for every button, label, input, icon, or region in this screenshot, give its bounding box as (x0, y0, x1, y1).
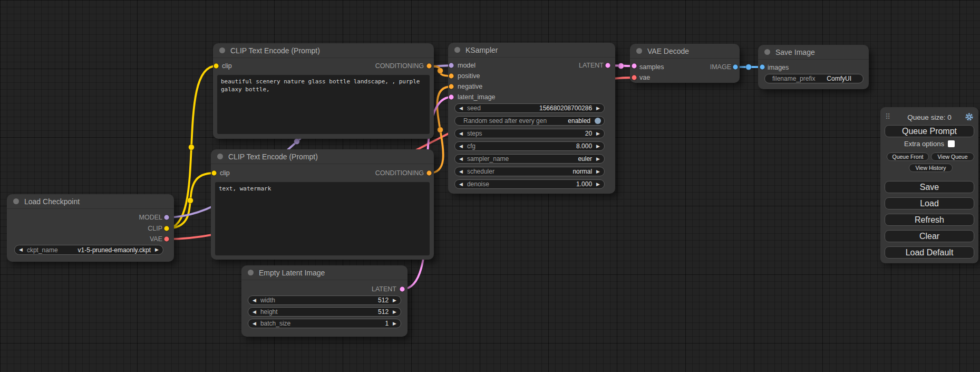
widget-label: height (260, 308, 278, 316)
steps-widget[interactable]: ◀ steps 20 ▶ (454, 129, 605, 138)
queue-prompt-button[interactable]: Queue Prompt (885, 125, 974, 137)
stepper-left-icon[interactable]: ◀ (459, 169, 463, 174)
width-widget[interactable]: ◀ width 512 ▶ (248, 295, 401, 305)
input-label-samples: samples (639, 63, 664, 71)
load-default-button[interactable]: Load Default (885, 246, 974, 259)
toggle-dot[interactable] (595, 118, 601, 124)
collapse-dot[interactable] (217, 154, 223, 159)
load-button[interactable]: Load (885, 197, 974, 209)
input-label-latent-image: latent_image (458, 93, 496, 101)
node-save-image[interactable]: Save Image images filename_prefix ComfyU… (758, 45, 869, 89)
stepper-right-icon[interactable]: ▶ (596, 106, 600, 111)
queue-front-button[interactable]: Queue Front (887, 152, 929, 161)
output-label-model: MODEL (139, 214, 162, 221)
extra-options-checkbox[interactable] (948, 140, 955, 147)
stepper-right-icon[interactable]: ▶ (596, 182, 600, 187)
stepper-left-icon[interactable]: ◀ (253, 321, 256, 326)
collapse-dot[interactable] (219, 47, 225, 53)
port-latent-output-ksampler[interactable] (605, 63, 610, 68)
stepper-left-icon[interactable]: ◀ (459, 131, 463, 136)
view-queue-button[interactable]: View Queue (931, 152, 974, 161)
stepper-right-icon[interactable]: ▶ (155, 247, 159, 252)
link-dot-clip-positive[interactable] (189, 145, 195, 150)
port-negative-input[interactable] (449, 84, 454, 89)
stepper-right-icon[interactable]: ▶ (596, 131, 600, 136)
view-history-button[interactable]: View History (909, 164, 953, 172)
extra-options-label: Extra options (904, 140, 944, 148)
port-conditioning-output-positive[interactable] (426, 63, 432, 69)
link-dot-clip-negative[interactable] (188, 198, 193, 204)
widget-value: euler (578, 155, 592, 163)
random-seed-toggle-widget[interactable]: Random seed after every gen enabled (454, 116, 605, 126)
port-clip-input-negative[interactable] (211, 170, 217, 176)
negative-prompt-textarea[interactable]: text, watermark (215, 182, 430, 255)
node-load-checkpoint[interactable]: Load Checkpoint MODEL CLIP VAE ◀ ckpt_na… (7, 194, 174, 262)
port-vae-input[interactable] (632, 75, 637, 80)
widget-label: Random seed after every gen (463, 117, 547, 125)
port-conditioning-output-negative[interactable] (426, 170, 432, 176)
comfyui-canvas[interactable]: { "colors": { "model": "#B39DDB", "clip"… (0, 0, 980, 372)
stepper-right-icon[interactable]: ▶ (393, 310, 396, 314)
stepper-left-icon[interactable]: ◀ (253, 298, 256, 303)
collapse-dot[interactable] (454, 47, 460, 53)
port-samples-input[interactable] (632, 63, 637, 69)
sampler-name-widget[interactable]: ◀ sampler_name euler ▶ (454, 154, 605, 164)
cfg-widget[interactable]: ◀ cfg 8.000 ▶ (454, 141, 605, 151)
stepper-left-icon[interactable]: ◀ (459, 157, 463, 161)
batch-size-widget[interactable]: ◀ batch_size 1 ▶ (248, 319, 401, 328)
node-empty-latent-image[interactable]: Empty Latent Image LATENT ◀ width 512 ▶ … (241, 265, 407, 337)
link-dot-model[interactable] (294, 139, 300, 145)
node-vae-decode[interactable]: VAE Decode samples vae IMAGE (630, 44, 740, 83)
node-title: CLIP Text Encode (Prompt) (228, 152, 318, 161)
widget-label: steps (467, 130, 482, 137)
queue-panel: ⠿ Queue size: 0 Queue Prompt Extra optio… (880, 107, 978, 263)
link-dot-image[interactable] (746, 64, 752, 70)
port-image-output[interactable] (733, 64, 738, 70)
refresh-button[interactable]: Refresh (885, 214, 974, 226)
denoise-widget[interactable]: ◀ denoise 1.000 ▶ (454, 179, 605, 189)
node-title: KSampler (465, 46, 498, 54)
output-label-clip: CLIP (148, 225, 162, 232)
link-dot-latent-samples[interactable] (618, 63, 624, 69)
port-model-output[interactable] (164, 215, 169, 220)
stepper-right-icon[interactable]: ▶ (596, 157, 600, 161)
stepper-right-icon[interactable]: ▶ (596, 144, 600, 149)
stepper-left-icon[interactable]: ◀ (19, 247, 23, 252)
port-latent-image-input[interactable] (449, 94, 454, 100)
port-positive-input[interactable] (449, 73, 454, 79)
node-clip-text-encode-positive[interactable]: CLIP Text Encode (Prompt) clip CONDITION… (213, 43, 434, 139)
widget-value: enabled (568, 117, 590, 125)
port-vae-output[interactable] (164, 236, 169, 242)
scheduler-widget[interactable]: ◀ scheduler normal ▶ (454, 167, 605, 176)
node-clip-text-encode-negative[interactable]: CLIP Text Encode (Prompt) clip CONDITION… (211, 149, 434, 260)
seed-widget[interactable]: ◀ seed 156680208700286 ▶ (454, 103, 605, 113)
gear-icon[interactable] (965, 112, 974, 121)
clear-button[interactable]: Clear (885, 230, 974, 242)
port-images-input[interactable] (760, 64, 765, 70)
height-widget[interactable]: ◀ height 512 ▶ (248, 307, 401, 317)
filename-prefix-widget[interactable]: filename_prefix ComfyUI (764, 74, 863, 83)
link-dot-positive[interactable] (438, 68, 443, 74)
stepper-left-icon[interactable]: ◀ (459, 182, 463, 187)
port-clip-output[interactable] (164, 226, 169, 231)
stepper-left-icon[interactable]: ◀ (253, 310, 256, 314)
widget-label: batch_size (260, 320, 290, 327)
link-dot-negative[interactable] (438, 127, 443, 133)
collapse-dot[interactable] (13, 198, 19, 204)
node-ksampler[interactable]: KSampler model positive negative latent_… (448, 43, 615, 194)
stepper-right-icon[interactable]: ▶ (596, 169, 600, 174)
stepper-left-icon[interactable]: ◀ (459, 106, 463, 111)
collapse-dot[interactable] (636, 48, 642, 54)
collapse-dot[interactable] (764, 49, 770, 55)
save-button[interactable]: Save (885, 181, 974, 193)
widget-label: filename_prefix (772, 75, 815, 82)
port-model-input[interactable] (449, 63, 454, 68)
stepper-left-icon[interactable]: ◀ (459, 144, 463, 149)
stepper-right-icon[interactable]: ▶ (393, 298, 396, 303)
port-latent-output-empty[interactable] (400, 287, 405, 292)
port-clip-input-positive[interactable] (214, 63, 219, 69)
positive-prompt-textarea[interactable]: beautiful scenery nature glass bottle la… (217, 75, 430, 134)
ckpt-name-widget[interactable]: ◀ ckpt_name v1-5-pruned-emaonly.ckpt ▶ (14, 245, 163, 255)
collapse-dot[interactable] (248, 270, 254, 275)
stepper-right-icon[interactable]: ▶ (393, 321, 396, 326)
